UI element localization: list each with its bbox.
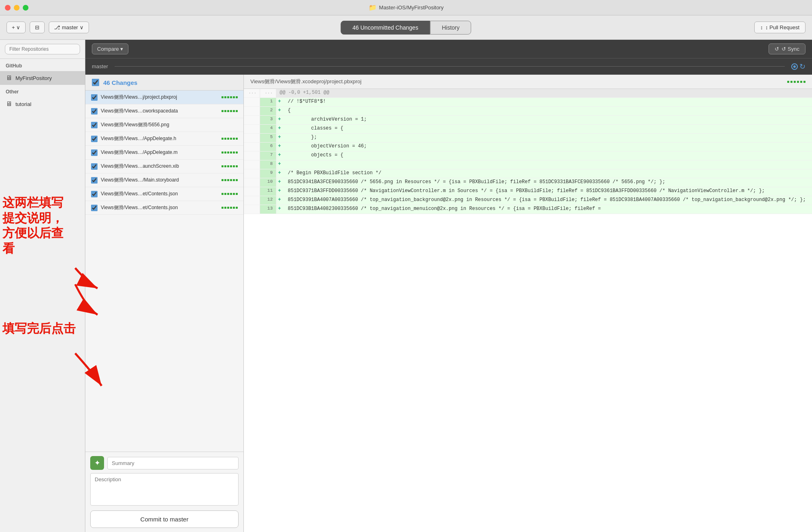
diff-meta-row: ... ... @@ -0,0 +1,501 @@: [244, 89, 812, 98]
diff-code-8: [284, 160, 812, 169]
diff-code-3: archiveVersion = 1;: [284, 116, 812, 124]
pull-request-button[interactable]: ↕ ↕ Pull Request: [754, 22, 805, 33]
diff-sign-12: +: [276, 196, 284, 205]
commit-button[interactable]: Commit to master: [90, 510, 239, 528]
add-button[interactable]: + ∨: [7, 22, 26, 33]
file-item-2[interactable]: Views侧滑/Views侧滑/5656.png: [85, 118, 243, 132]
diff-line-1: 1 + // !$*UTF8*$!: [244, 98, 812, 107]
file-checkbox-3[interactable]: [91, 136, 98, 142]
line-num-right-3: 3: [260, 116, 276, 124]
diff-code-10: 851DC9341BA3FCE900335660 /* 5656.png in …: [284, 178, 812, 187]
uncommitted-tab[interactable]: 46 Uncommitted Changes: [341, 21, 430, 35]
history-tab[interactable]: History: [430, 21, 471, 35]
file-item-5[interactable]: Views侧滑/Views…aunchScreen.xib: [85, 160, 243, 173]
line-num-right-11: 11: [260, 187, 276, 196]
line-num-left-10: [244, 178, 260, 187]
diff-header: Views侧滑/Views侧滑.xcodeproj/project.pbxpro…: [244, 75, 812, 89]
diff-sign-4: +: [276, 125, 284, 133]
content-topbar: Compare ▾ ↺ ↺ Sync: [85, 40, 812, 58]
branch-name: master: [92, 63, 108, 69]
file-checkbox-4[interactable]: [91, 149, 98, 156]
content-area: Compare ▾ ↺ ↺ Sync master ↻ 46 Changes: [85, 40, 812, 532]
file-item-1[interactable]: Views侧滑/Views…cworkspacedata: [85, 104, 243, 118]
diff-sign-1: +: [276, 98, 284, 106]
diff-code-13: 851DC93B1BA4082300335660 /* top_navigati…: [284, 205, 812, 214]
file-checkbox-7[interactable]: [91, 191, 98, 197]
branch-sync-icon: ↻: [799, 62, 805, 71]
line-num-right-9: 9: [260, 169, 276, 178]
file-dots-8: [221, 207, 238, 209]
diff-sign-8: +: [276, 160, 284, 169]
compare-button[interactable]: Compare ▾: [92, 43, 128, 54]
diff-sign-11: +: [276, 187, 284, 196]
file-dots-4: [221, 151, 238, 154]
file-item-6[interactable]: Views侧滑/Views…/Main.storyboard: [85, 173, 243, 187]
diff-sign-10: +: [276, 178, 284, 187]
line-num-left-3: [244, 116, 260, 124]
sidebar: GitHub 🖥 MyFirstPository Other 🖥 tutoria…: [0, 40, 85, 532]
description-input[interactable]: [90, 473, 239, 506]
file-checkbox-0[interactable]: [91, 94, 98, 101]
file-checkbox-5[interactable]: [91, 163, 98, 170]
line-num-left-8: [244, 160, 260, 169]
sidebar-icon: ⊟: [35, 24, 39, 30]
window-title: 📁 Master-iOS/MyFirstPository: [369, 4, 444, 11]
line-num-left-4: [244, 125, 260, 133]
diff-meta-right: ...: [260, 89, 276, 97]
fullscreen-button[interactable]: [23, 5, 28, 11]
toolbar-left: + ∨ ⊟ ⎇ master ∨: [7, 22, 89, 33]
diff-code-7: objects = {: [284, 151, 812, 160]
branch-button[interactable]: ⎇ master ∨: [49, 22, 89, 33]
diff-line-8: 8 +: [244, 160, 812, 169]
file-checkbox-6[interactable]: [91, 177, 98, 184]
file-checkbox-2[interactable]: [91, 122, 98, 128]
diff-panel: Views侧滑/Views侧滑.xcodeproj/project.pbxpro…: [244, 75, 812, 532]
branch-dot: [793, 65, 796, 68]
tutorial-repo-icon: 🖥: [6, 100, 12, 108]
commit-summary-row: ✦: [90, 456, 239, 470]
file-name-6: Views侧滑/Views…/Main.storyboard: [101, 177, 218, 184]
line-num-right-12: 12: [260, 196, 276, 205]
file-name-4: Views侧滑/Views…/AppDelegate.m: [101, 149, 218, 156]
line-num-left-1: [244, 98, 260, 106]
file-item-4[interactable]: Views侧滑/Views…/AppDelegate.m: [85, 146, 243, 160]
diff-line-11: 11 + 851DC9371BA3FFDD00335660 /* Navigat…: [244, 187, 812, 196]
file-item-7[interactable]: Views侧滑/Views…et/Contents.json: [85, 187, 243, 201]
line-num-right-2: 2: [260, 107, 276, 115]
diff-sign-9: +: [276, 169, 284, 178]
diff-sign-3: +: [276, 116, 284, 124]
sidebar-toggle-button[interactable]: ⊟: [30, 22, 45, 33]
diff-filepath: Views侧滑/Views侧滑.xcodeproj/project.pbxpro…: [250, 78, 361, 85]
diff-line-4: 4 + classes = {: [244, 125, 812, 134]
minimize-button[interactable]: [14, 5, 20, 11]
filter-repositories-input[interactable]: [5, 44, 80, 54]
diff-meta-left: ...: [244, 89, 260, 97]
sidebar-search-area: [0, 40, 85, 59]
line-num-right-10: 10: [260, 178, 276, 187]
sidebar-item-tutorial[interactable]: 🖥 tutorial: [0, 97, 85, 111]
select-all-checkbox[interactable]: [92, 79, 99, 86]
diff-line-3: 3 + archiveVersion = 1;: [244, 116, 812, 125]
diff-line-13: 13 + 851DC93B1BA4082300335660 /* top_nav…: [244, 205, 812, 214]
sidebar-item-myfirstpository[interactable]: 🖥 MyFirstPository: [0, 71, 85, 85]
line-num-left-7: [244, 151, 260, 160]
toolbar: + ∨ ⊟ ⎇ master ∨ 46 Uncommitted Changes …: [0, 15, 812, 40]
file-checkbox-1[interactable]: [91, 108, 98, 115]
toolbar-right: ↕ ↕ Pull Request: [754, 22, 805, 33]
summary-input[interactable]: [107, 457, 239, 469]
close-button[interactable]: [5, 5, 11, 11]
file-dots-3: [221, 138, 238, 140]
file-dots-0: [221, 96, 238, 98]
file-name-8: Views侧滑/Views…et/Contents.json: [101, 204, 218, 211]
line-num-right-5: 5: [260, 134, 276, 142]
file-item-0[interactable]: Views侧滑/Views…j/project.pbxproj: [85, 91, 243, 104]
file-name-5: Views侧滑/Views…aunchScreen.xib: [101, 163, 218, 170]
file-item-8[interactable]: Views侧滑/Views…et/Contents.json: [85, 201, 243, 215]
diff-sign-6: +: [276, 143, 284, 151]
file-dots-1: [221, 110, 238, 112]
file-item-3[interactable]: Views侧滑/Views…/AppDelegate.h: [85, 132, 243, 146]
file-list: Views侧滑/Views…j/project.pbxproj Views侧滑/…: [85, 91, 243, 452]
diff-code-4: classes = {: [284, 125, 812, 133]
sync-button[interactable]: ↺ ↺ Sync: [769, 43, 805, 54]
file-checkbox-8[interactable]: [91, 205, 98, 211]
